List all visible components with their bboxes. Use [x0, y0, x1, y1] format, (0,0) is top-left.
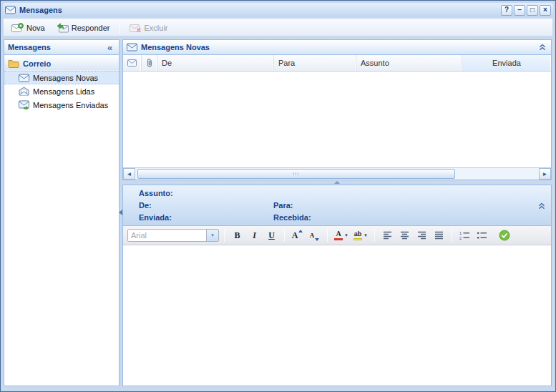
editor-separator	[327, 229, 328, 242]
received-label: Recebida:	[273, 213, 311, 222]
paperclip-icon	[147, 58, 152, 68]
collapse-up-icon[interactable]	[537, 42, 547, 53]
editor-toolbar: Arial ▼ B I U A A A ▼	[123, 226, 551, 245]
folder-icon	[8, 59, 19, 68]
scroll-left-icon[interactable]: ◄	[123, 168, 135, 180]
svg-text:1: 1	[459, 231, 462, 235]
new-message-button[interactable]: Nova	[6, 21, 50, 35]
shrink-font-button[interactable]: A	[307, 228, 322, 242]
highlight-color-icon: ab	[353, 231, 362, 240]
font-color-button[interactable]: A ▼	[333, 228, 350, 242]
close-button[interactable]: ×	[540, 5, 551, 16]
dropdown-icon: ▼	[344, 233, 348, 237]
maximize-button[interactable]: □	[527, 5, 538, 16]
font-family-value: Arial	[128, 230, 206, 241]
tree-node-label: Correio	[23, 59, 51, 68]
column-assunto[interactable]: Assunto	[356, 55, 462, 71]
column-message-type[interactable]	[123, 55, 142, 71]
envelope-column-icon	[127, 59, 137, 67]
align-center-button[interactable]	[397, 228, 412, 242]
splitter-collapse-icon[interactable]	[334, 181, 340, 184]
main-toolbar: Nova Responder Excluir	[4, 19, 552, 36]
editor-separator	[224, 229, 225, 242]
tree-node-mensagens-enviadas[interactable]: Mensagens Enviadas	[4, 98, 119, 112]
messages-window: Mensagens ? – □ × Nova	[0, 0, 556, 392]
numbered-list-button[interactable]: 1 2	[457, 228, 472, 242]
collapse-left-icon[interactable]: «	[104, 42, 115, 53]
column-para[interactable]: Para	[274, 55, 356, 71]
scrollbar-thumb[interactable]	[137, 169, 455, 179]
reply-mail-icon	[57, 23, 69, 33]
align-left-button[interactable]	[380, 228, 395, 242]
bullet-list-button[interactable]	[474, 228, 489, 242]
tree-node-mensagens-lidas[interactable]: Mensagens Lidas	[4, 84, 119, 98]
grid-panel-header: Mensagens Novas	[123, 40, 551, 55]
grow-font-button[interactable]: A	[290, 228, 305, 242]
font-family-select[interactable]: Arial ▼	[127, 229, 219, 242]
align-right-button[interactable]	[414, 228, 429, 242]
mail-icon	[127, 43, 137, 52]
reply-button[interactable]: Responder	[52, 21, 115, 35]
scrollbar-track[interactable]	[136, 168, 538, 180]
align-justify-button[interactable]	[431, 228, 447, 242]
bold-button[interactable]: B	[230, 228, 245, 242]
message-body-editor[interactable]	[123, 245, 551, 386]
tree-node-correio[interactable]: Correio	[4, 57, 119, 71]
delete-mail-icon	[130, 23, 142, 33]
italic-button[interactable]: I	[247, 228, 262, 242]
mail-icon	[5, 6, 16, 14]
folders-panel-title: Mensagens	[8, 43, 101, 52]
font-color-icon: A	[334, 230, 343, 240]
svg-text:2: 2	[459, 236, 462, 240]
combo-dropdown-icon: ▼	[206, 230, 218, 241]
dropdown-icon: ▼	[364, 233, 368, 237]
from-label: De:	[139, 201, 152, 210]
to-label: Para:	[273, 201, 293, 210]
grid-body-empty	[123, 72, 551, 167]
arrow-up-icon	[298, 230, 303, 232]
underline-icon: U	[268, 230, 275, 241]
column-enviada[interactable]: Enviada	[462, 55, 551, 71]
folders-panel-header: Mensagens «	[4, 40, 119, 55]
grid-column-headers: De Para Assunto Enviada	[123, 55, 551, 72]
closed-envelope-icon	[19, 74, 29, 82]
delete-label: Excluir	[145, 24, 168, 32]
source-ok-button[interactable]	[497, 228, 512, 242]
scrollbar-grip	[293, 172, 299, 175]
editor-separator	[374, 229, 375, 242]
highlight-color-button[interactable]: ab ▼	[352, 228, 369, 242]
shrink-font-icon: A	[310, 232, 315, 239]
column-de[interactable]: De	[157, 55, 274, 71]
collapse-up-icon[interactable]	[536, 200, 547, 211]
arrow-down-icon	[315, 238, 319, 241]
tree-node-label: Mensagens Lidas	[33, 87, 94, 96]
message-view-panel: Assunto: De: Para: Enviada: Recebida: Ar…	[122, 185, 552, 386]
minimize-button[interactable]: –	[514, 5, 525, 16]
check-circle-icon	[499, 230, 510, 241]
sent-label: Enviada:	[139, 213, 172, 222]
editor-separator	[452, 229, 452, 242]
grow-font-icon: A	[292, 230, 298, 241]
help-button[interactable]: ?	[501, 5, 512, 16]
underline-button[interactable]: U	[264, 228, 279, 242]
message-header-preview: Assunto: De: Para: Enviada: Recebida:	[123, 185, 551, 226]
tree-node-label: Mensagens Novas	[33, 74, 98, 82]
delete-button[interactable]: Excluir	[125, 21, 173, 35]
numbered-list-icon: 1 2	[459, 231, 470, 240]
align-right-icon	[417, 231, 426, 240]
new-message-label: Nova	[26, 24, 45, 32]
column-attachment[interactable]	[142, 55, 157, 71]
editor-separator	[284, 229, 285, 242]
scroll-right-icon[interactable]: ►	[539, 168, 551, 180]
tree-node-label: Mensagens Enviadas	[33, 101, 108, 109]
folders-panel: Mensagens « Correio	[4, 39, 120, 386]
reply-label: Responder	[72, 24, 110, 32]
sent-envelope-icon	[19, 100, 29, 109]
subject-label: Assunto:	[139, 189, 173, 197]
toolbar-separator	[120, 22, 120, 34]
open-envelope-icon	[19, 87, 29, 96]
align-center-icon	[400, 231, 409, 240]
horizontal-scrollbar: ◄ ►	[123, 167, 551, 180]
tree-node-mensagens-novas[interactable]: Mensagens Novas	[4, 71, 119, 84]
window-controls: ? – □ ×	[501, 5, 551, 16]
